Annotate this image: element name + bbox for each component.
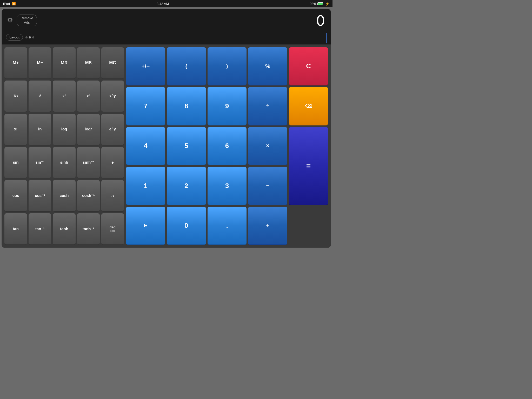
status-left: iPad 📶: [3, 2, 16, 6]
btn-sinh[interactable]: sinh: [53, 147, 75, 179]
btn-tan[interactable]: tan: [4, 213, 27, 245]
device-label: iPad: [3, 2, 10, 6]
cursor-line: [326, 33, 327, 43]
btn-equals[interactable]: =: [289, 127, 328, 205]
page-dots: [25, 36, 34, 38]
btn-8[interactable]: 8: [167, 87, 206, 125]
layout-button[interactable]: Layout: [6, 34, 23, 41]
btn-tanh-inv[interactable]: tanh⁻¹: [77, 213, 100, 245]
sci-panel: M+ M− MR MS MC 1/x √ x² x³ x^y x! ln log…: [4, 47, 124, 245]
btn-open-paren[interactable]: (: [167, 47, 206, 85]
remove-ads-button[interactable]: Remove Ads: [17, 15, 37, 26]
calculator-container: ⚙ Remove Ads 0 Layout M+ M−: [2, 9, 331, 248]
time-label: 8:42 AM: [157, 2, 169, 6]
btn-5[interactable]: 5: [167, 127, 206, 165]
btn-0[interactable]: 0: [167, 207, 206, 245]
status-bar: iPad 📶 8:42 AM 93% ⚡: [0, 0, 332, 7]
btn-ms[interactable]: MS: [77, 47, 100, 79]
btn-mc[interactable]: MC: [101, 47, 124, 79]
dot-1: [25, 36, 28, 38]
btn-9[interactable]: 9: [208, 87, 247, 125]
dot-2: [29, 36, 31, 38]
btn-x2[interactable]: x²: [53, 81, 75, 112]
btn-ey[interactable]: e^y: [101, 114, 124, 145]
btn-4[interactable]: 4: [126, 127, 165, 165]
btn-6[interactable]: 6: [208, 127, 247, 165]
btn-m-plus[interactable]: M+: [4, 47, 27, 79]
btn-2[interactable]: 2: [167, 167, 206, 205]
display-area: ⚙ Remove Ads 0 Layout: [2, 9, 331, 45]
btn-add[interactable]: +: [248, 207, 287, 245]
btn-3[interactable]: 3: [208, 167, 247, 205]
btn-cosh-inv[interactable]: cosh⁻¹: [77, 180, 100, 212]
dot-3: [32, 36, 34, 38]
btn-percent[interactable]: %: [248, 47, 287, 85]
remove-ads-line1: Remove: [21, 16, 33, 20]
btn-backspace[interactable]: ⌫: [289, 87, 328, 125]
wifi-icon: 📶: [12, 2, 16, 5]
btn-sin-inv[interactable]: sin⁻¹: [29, 147, 51, 179]
battery-pct: 93%: [310, 2, 316, 6]
btn-sqrt[interactable]: √: [29, 81, 51, 112]
charging-icon: ⚡: [325, 2, 329, 6]
btn-log[interactable]: log: [53, 114, 75, 145]
btn-multiply[interactable]: ×: [248, 127, 287, 165]
btn-plus-minus[interactable]: +/−: [126, 47, 165, 85]
num-panel: +/− ( ) % C 7 8 9 ÷ ⌫ 4 5 6 × = 1 2 3 − …: [126, 47, 328, 245]
btn-tan-inv[interactable]: tan⁻¹: [29, 213, 51, 245]
btn-clear[interactable]: C: [289, 47, 328, 85]
deg-label: deg: [110, 225, 116, 229]
btn-subtract[interactable]: −: [248, 167, 287, 205]
btn-cos-inv[interactable]: cos⁻¹: [29, 180, 51, 212]
btn-divide[interactable]: ÷: [248, 87, 287, 125]
btn-decimal[interactable]: .: [208, 207, 247, 245]
btn-reciprocal[interactable]: 1/x: [4, 81, 27, 112]
btn-close-paren[interactable]: ): [208, 47, 247, 85]
btn-cos[interactable]: cos: [4, 180, 27, 212]
gear-icon: ⚙: [7, 16, 13, 24]
btn-mr[interactable]: MR: [53, 47, 75, 79]
btn-ln[interactable]: ln: [29, 114, 51, 145]
btn-log2[interactable]: log2: [77, 114, 100, 145]
btn-factorial[interactable]: x!: [4, 114, 27, 145]
btn-x3[interactable]: x³: [77, 81, 100, 112]
btn-sin[interactable]: sin: [4, 147, 27, 179]
keypad: M+ M− MR MS MC 1/x √ x² x³ x^y x! ln log…: [2, 45, 331, 248]
btn-E[interactable]: E: [126, 207, 165, 245]
remove-ads-line2: Ads: [24, 21, 30, 24]
battery-icon: [317, 2, 324, 5]
settings-button[interactable]: ⚙: [6, 15, 14, 25]
btn-xy[interactable]: x^y: [101, 81, 124, 112]
display-number: 0: [37, 12, 327, 29]
layout-label: Layout: [9, 35, 19, 39]
btn-e[interactable]: e: [101, 147, 124, 179]
rad-label: rad: [110, 229, 115, 232]
btn-cosh[interactable]: cosh: [53, 180, 75, 212]
btn-7[interactable]: 7: [126, 87, 165, 125]
btn-tanh[interactable]: tanh: [53, 213, 75, 245]
btn-m-minus[interactable]: M−: [29, 47, 51, 79]
btn-pi[interactable]: π: [101, 180, 124, 212]
status-right: 93% ⚡: [310, 2, 329, 6]
btn-deg-rad[interactable]: deg rad: [101, 213, 124, 245]
btn-1[interactable]: 1: [126, 167, 165, 205]
btn-sinh-inv[interactable]: sinh⁻¹: [77, 147, 100, 179]
